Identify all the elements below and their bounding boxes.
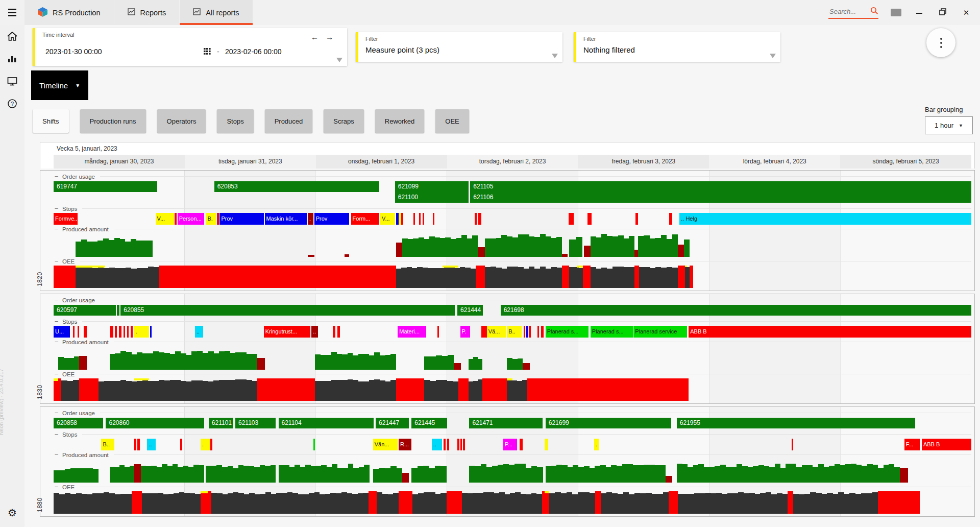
toggle-produced[interactable]: Produced <box>265 109 313 133</box>
help-icon[interactable]: ? <box>0 92 24 115</box>
stop-segment[interactable] <box>463 439 465 450</box>
start-date-value[interactable]: 2023-01-30 00:00 <box>45 47 102 56</box>
order-bar[interactable]: 620597 <box>54 305 116 316</box>
order-bar[interactable]: 621699 <box>546 418 671 428</box>
stop-segment[interactable]: .. <box>432 439 442 450</box>
window-close-button[interactable]: ✕ <box>961 8 972 17</box>
stop-segment[interactable] <box>210 439 212 450</box>
stop-segment[interactable]: Formve... <box>54 213 78 225</box>
order-bar[interactable]: 621105621106 <box>470 181 971 203</box>
stop-segment[interactable] <box>419 213 421 225</box>
stop-segment[interactable] <box>635 213 638 225</box>
stop-segment[interactable] <box>433 213 435 225</box>
stop-segment[interactable] <box>792 439 794 450</box>
collapse-row-icon[interactable]: − <box>54 258 59 264</box>
stop-segment[interactable] <box>115 326 117 338</box>
stop-segment[interactable] <box>131 326 133 338</box>
stop-segment[interactable] <box>545 439 548 450</box>
stop-segment[interactable]: . <box>594 439 599 450</box>
stop-segment[interactable] <box>475 213 477 225</box>
stop-segment[interactable]: F... <box>904 439 920 450</box>
search-icon[interactable] <box>870 7 878 17</box>
stop-segment[interactable] <box>127 326 129 338</box>
stop-segment[interactable] <box>478 213 481 225</box>
stop-segment[interactable]: . <box>308 213 313 225</box>
stop-segment[interactable]: Form... <box>351 213 380 225</box>
stop-segment[interactable]: Vä... <box>487 326 506 338</box>
toggle-reworked[interactable]: Reworked <box>375 109 425 133</box>
stop-segment[interactable] <box>119 326 121 338</box>
collapse-row-icon[interactable]: − <box>54 371 59 377</box>
order-bar[interactable]: 621698 <box>501 305 971 316</box>
order-bar[interactable]: 621099621100 <box>395 181 469 203</box>
stop-segment[interactable]: . <box>134 326 149 338</box>
stop-segment[interactable] <box>457 439 459 450</box>
stop-segment[interactable]: P... <box>503 439 517 450</box>
order-bar[interactable] <box>117 305 119 316</box>
order-bar[interactable]: 621471 <box>469 418 543 428</box>
search-box[interactable] <box>828 7 878 19</box>
end-date-value[interactable]: 2023-02-06 00:00 <box>225 47 282 56</box>
stop-segment[interactable]: .. <box>147 439 155 450</box>
stop-segment[interactable]: Person... <box>178 213 204 225</box>
order-bar[interactable]: 620853 <box>214 181 380 192</box>
expand-triangle-icon[interactable] <box>770 54 776 58</box>
stop-segment[interactable]: Planerad s... <box>591 326 633 338</box>
tab-all-reports[interactable]: All reports <box>180 0 252 25</box>
stop-segment[interactable] <box>481 326 487 338</box>
feedback-chat-icon[interactable] <box>891 9 901 16</box>
hamburger-menu-icon[interactable] <box>0 0 24 25</box>
order-bar[interactable]: 621101 <box>209 418 234 428</box>
toggle-stops[interactable]: Stops <box>217 109 253 133</box>
collapse-row-icon[interactable]: − <box>54 339 59 345</box>
stop-segment[interactable]: Prov <box>314 213 349 225</box>
stop-segment[interactable] <box>313 439 315 450</box>
expand-triangle-icon[interactable] <box>336 58 342 62</box>
home-icon[interactable] <box>0 25 24 47</box>
collapse-row-icon[interactable]: − <box>54 319 59 324</box>
collapse-row-icon[interactable]: − <box>54 174 59 179</box>
stop-segment[interactable] <box>217 213 219 225</box>
stop-segment[interactable] <box>180 439 182 450</box>
stop-segment[interactable] <box>413 213 415 225</box>
stop-segment[interactable] <box>444 439 446 450</box>
tab-reports[interactable]: Reports <box>114 0 180 25</box>
stop-segment[interactable] <box>460 439 462 450</box>
stop-segment[interactable] <box>437 326 439 338</box>
stop-segment[interactable]: .. Helg <box>679 213 971 225</box>
filter-value[interactable]: Nothing filtered <box>583 45 635 54</box>
stop-segment[interactable] <box>84 326 86 338</box>
stop-segment[interactable] <box>537 326 540 338</box>
window-restore-button[interactable] <box>937 8 948 17</box>
order-bar[interactable]: 621104 <box>279 418 374 428</box>
stop-segment[interactable] <box>110 326 113 338</box>
collapse-row-icon[interactable]: − <box>54 226 59 232</box>
collapse-row-icon[interactable]: − <box>54 452 59 458</box>
order-bar[interactable]: 621444 <box>457 305 483 316</box>
order-bar[interactable]: 619747 <box>54 181 157 192</box>
stop-segment[interactable]: P. <box>460 326 471 338</box>
collapse-row-icon[interactable]: − <box>54 206 59 211</box>
toggle-shifts[interactable]: Shifts <box>33 109 69 133</box>
stop-segment[interactable]: ABB B <box>922 439 971 450</box>
collapse-row-icon[interactable]: − <box>54 410 59 416</box>
stop-segment[interactable] <box>401 213 403 225</box>
reports-chart-icon[interactable] <box>0 47 24 70</box>
stop-segment[interactable]: Maskin kör... <box>265 213 307 225</box>
monitor-icon[interactable] <box>0 70 24 92</box>
stop-segment[interactable] <box>137 439 140 450</box>
stop-segment[interactable] <box>78 326 80 338</box>
tab-rs-production[interactable]: RS Production <box>24 0 114 25</box>
order-bar[interactable]: 621447 <box>376 418 409 428</box>
bar-grouping-select[interactable]: 1 hour ▼ <box>925 116 973 134</box>
previous-interval-arrow-icon[interactable]: ← <box>311 33 318 41</box>
stop-segment[interactable]: Planerad service <box>633 326 687 338</box>
window-minimize-button[interactable] <box>914 8 925 17</box>
stop-segment[interactable] <box>124 326 126 338</box>
stop-segment[interactable] <box>524 326 526 338</box>
stop-segment[interactable] <box>333 326 335 338</box>
settings-gear-icon[interactable]: ⚙ <box>0 501 24 524</box>
stop-segment[interactable]: B. <box>206 213 216 225</box>
stop-segment[interactable] <box>134 439 136 450</box>
toggle-operators[interactable]: Operators <box>157 109 206 133</box>
